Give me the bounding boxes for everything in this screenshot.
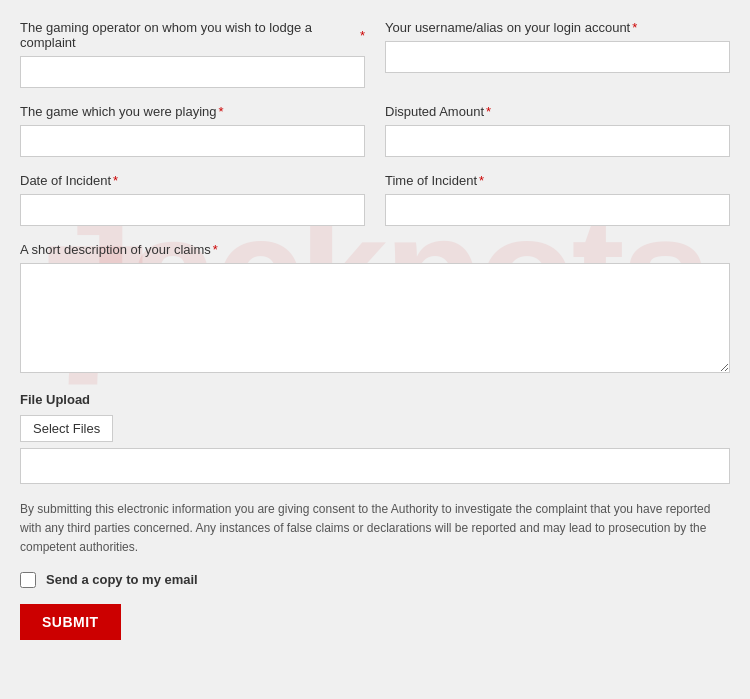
copy-email-checkbox[interactable] xyxy=(20,572,36,588)
required-marker-6: * xyxy=(479,173,484,188)
submit-button[interactable]: Submit xyxy=(20,604,121,640)
file-upload-section: File Upload Select Files xyxy=(20,392,730,484)
required-marker-5: * xyxy=(113,173,118,188)
disputed-amount-group: Disputed Amount * xyxy=(385,104,730,157)
form-row-3: Date of Incident * Time of Incident * xyxy=(20,173,730,226)
game-label: The game which you were playing * xyxy=(20,104,365,119)
description-textarea[interactable] xyxy=(20,263,730,373)
username-group: Your username/alias on your login accoun… xyxy=(385,20,730,88)
required-marker-1: * xyxy=(360,28,365,43)
file-upload-area xyxy=(20,448,730,484)
gaming-operator-input[interactable] xyxy=(20,56,365,88)
copy-email-row: Send a copy to my email xyxy=(20,572,730,588)
game-group: The game which you were playing * xyxy=(20,104,365,157)
required-marker-4: * xyxy=(486,104,491,119)
date-input[interactable] xyxy=(20,194,365,226)
username-input[interactable] xyxy=(385,41,730,73)
gaming-operator-group: The gaming operator on whom you wish to … xyxy=(20,20,365,88)
consent-text: By submitting this electronic informatio… xyxy=(20,500,730,558)
date-label: Date of Incident * xyxy=(20,173,365,188)
disputed-amount-label: Disputed Amount * xyxy=(385,104,730,119)
copy-email-label[interactable]: Send a copy to my email xyxy=(46,572,198,587)
description-label: A short description of your claims * xyxy=(20,242,730,257)
select-files-button[interactable]: Select Files xyxy=(20,415,113,442)
complaint-form: The gaming operator on whom you wish to … xyxy=(20,20,730,640)
gaming-operator-label: The gaming operator on whom you wish to … xyxy=(20,20,365,50)
required-marker-3: * xyxy=(219,104,224,119)
form-row-1: The gaming operator on whom you wish to … xyxy=(20,20,730,88)
form-row-2: The game which you were playing * Disput… xyxy=(20,104,730,157)
username-label: Your username/alias on your login accoun… xyxy=(385,20,730,35)
game-input[interactable] xyxy=(20,125,365,157)
required-marker-2: * xyxy=(632,20,637,35)
file-upload-label: File Upload xyxy=(20,392,730,407)
description-group: A short description of your claims * xyxy=(20,242,730,376)
time-input[interactable] xyxy=(385,194,730,226)
time-group: Time of Incident * xyxy=(385,173,730,226)
date-group: Date of Incident * xyxy=(20,173,365,226)
disputed-amount-input[interactable] xyxy=(385,125,730,157)
time-label: Time of Incident * xyxy=(385,173,730,188)
required-marker-7: * xyxy=(213,242,218,257)
